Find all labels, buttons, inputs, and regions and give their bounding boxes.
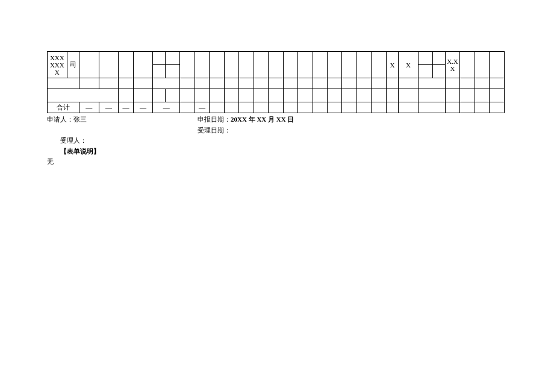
cell bbox=[399, 89, 419, 102]
cell: — bbox=[119, 102, 133, 113]
cell bbox=[418, 78, 445, 89]
cell bbox=[79, 52, 99, 78]
cell bbox=[269, 102, 283, 113]
cell bbox=[153, 52, 165, 65]
cell bbox=[445, 89, 459, 102]
cell: — bbox=[133, 102, 153, 113]
footer-area: 申请人：张三 申报日期：20XX 年 XX 月 XX 日 受理日期： 受理人： … bbox=[47, 114, 554, 167]
data-table: XXX XXX X 司 X X X.X X bbox=[47, 51, 505, 113]
cell bbox=[460, 89, 475, 102]
cell: XXX XXX X bbox=[48, 52, 67, 78]
cell bbox=[327, 102, 341, 113]
cell bbox=[460, 102, 475, 113]
cell bbox=[327, 78, 341, 89]
cell bbox=[195, 52, 209, 78]
cell bbox=[418, 102, 445, 113]
cell bbox=[239, 52, 254, 78]
cell bbox=[269, 52, 283, 78]
cell bbox=[283, 78, 297, 89]
cell: X bbox=[399, 52, 419, 78]
cell bbox=[119, 52, 133, 78]
cell bbox=[180, 102, 195, 113]
cell: — bbox=[195, 102, 209, 113]
cell bbox=[475, 89, 489, 102]
cell bbox=[372, 102, 386, 113]
cell bbox=[79, 78, 99, 89]
cell bbox=[210, 102, 224, 113]
cell bbox=[239, 102, 254, 113]
form-note-value: 无 bbox=[47, 157, 554, 167]
cell bbox=[298, 52, 313, 78]
cell bbox=[239, 89, 254, 102]
cell bbox=[153, 78, 180, 89]
cell bbox=[372, 78, 386, 89]
cell bbox=[165, 65, 179, 78]
cell bbox=[445, 78, 459, 89]
table-row bbox=[48, 89, 505, 102]
cell bbox=[224, 102, 238, 113]
table-row bbox=[48, 78, 505, 89]
cell bbox=[490, 89, 505, 102]
cell bbox=[386, 89, 398, 102]
cell bbox=[433, 65, 445, 78]
table-row: 合计 — — — — — — bbox=[48, 102, 505, 113]
cell bbox=[283, 89, 297, 102]
cell bbox=[224, 52, 238, 78]
cell: X.X X bbox=[445, 52, 459, 78]
cell bbox=[153, 65, 165, 78]
cell bbox=[313, 78, 327, 89]
cell bbox=[48, 89, 119, 102]
cell bbox=[195, 78, 209, 89]
cell: X bbox=[386, 52, 398, 78]
cell: — bbox=[153, 102, 180, 113]
cell bbox=[490, 78, 505, 89]
cell bbox=[224, 78, 238, 89]
cell bbox=[99, 78, 119, 89]
cell bbox=[372, 89, 386, 102]
applicant-label: 申请人： bbox=[47, 116, 73, 123]
cell bbox=[119, 78, 133, 89]
cell bbox=[254, 52, 268, 78]
cell bbox=[399, 102, 419, 113]
cell bbox=[180, 89, 195, 102]
cell bbox=[283, 52, 297, 78]
cell bbox=[490, 52, 505, 78]
acceptor-label: 受理人： bbox=[60, 137, 87, 144]
cell bbox=[327, 89, 341, 102]
cell bbox=[475, 52, 489, 78]
report-date-value: 20XX 年 XX 月 XX 日 bbox=[231, 116, 294, 123]
cell bbox=[254, 89, 268, 102]
cell bbox=[195, 89, 209, 102]
cell bbox=[133, 78, 153, 89]
acceptor-row: 受理人： bbox=[60, 135, 554, 146]
cell bbox=[210, 78, 224, 89]
cell bbox=[356, 52, 371, 78]
cell bbox=[48, 78, 79, 89]
cell bbox=[327, 52, 341, 78]
cell bbox=[298, 89, 313, 102]
cell bbox=[313, 52, 327, 78]
cell bbox=[254, 102, 268, 113]
cell bbox=[399, 78, 419, 89]
cell bbox=[133, 89, 153, 102]
cell bbox=[356, 89, 371, 102]
cell bbox=[298, 102, 313, 113]
form-note-label: 【表单说明】 bbox=[60, 146, 554, 157]
cell bbox=[356, 78, 371, 89]
cell bbox=[418, 89, 445, 102]
cell bbox=[180, 78, 195, 89]
cell bbox=[224, 89, 238, 102]
cell bbox=[342, 102, 356, 113]
applicant-value: 张三 bbox=[73, 116, 87, 123]
report-date-label: 申报日期： bbox=[198, 116, 231, 123]
applicant-row: 申请人：张三 申报日期：20XX 年 XX 月 XX 日 bbox=[47, 114, 554, 125]
cell bbox=[418, 52, 432, 65]
table-row: XXX XXX X 司 X X X.X X bbox=[48, 52, 505, 65]
cell bbox=[460, 52, 475, 78]
cell bbox=[386, 102, 398, 113]
cell bbox=[165, 52, 179, 65]
cell bbox=[445, 102, 459, 113]
cell bbox=[239, 78, 254, 89]
cell bbox=[283, 102, 297, 113]
document-page: XXX XXX X 司 X X X.X X bbox=[0, 51, 554, 167]
